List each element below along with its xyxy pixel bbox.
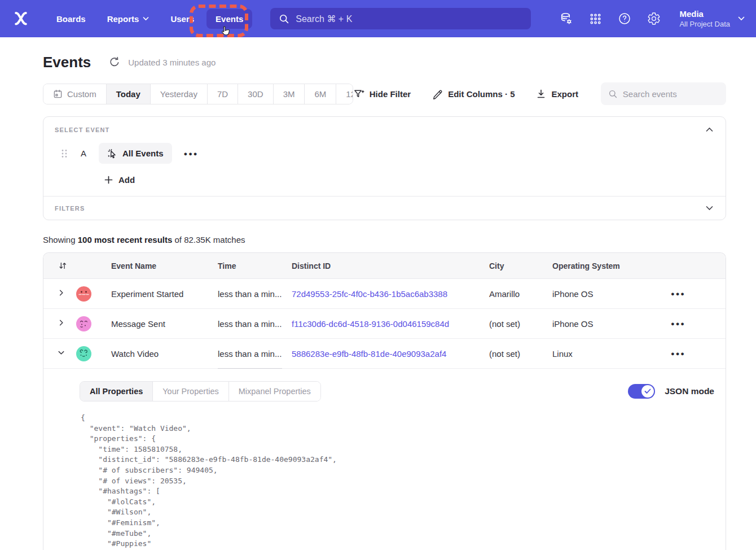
hide-filter-button[interactable]: Hide Filter	[353, 88, 411, 99]
cell-distinct-id[interactable]: 72d49553-25fc-4f0c-b436-1b5ac6ab3388	[292, 289, 489, 299]
search-events-field[interactable]	[601, 82, 726, 105]
row-menu-button[interactable]: ●●●	[667, 287, 689, 300]
page-title: Events	[43, 54, 91, 71]
results-summary-count: 100 most recent results	[78, 235, 173, 245]
hide-filter-label: Hide Filter	[370, 89, 411, 99]
date-range-30d[interactable]: 30D	[238, 84, 274, 104]
toggle-knob	[641, 385, 654, 398]
event-row-menu-button[interactable]: ●●●	[181, 147, 202, 160]
nav-item-events[interactable]: Events	[206, 9, 252, 29]
date-range-label: 12M	[346, 89, 353, 99]
filter-funnel-icon	[353, 88, 364, 99]
date-range-12m[interactable]: 12M	[336, 84, 353, 104]
expand-row-button[interactable]	[57, 289, 67, 299]
event-row-letter: A	[81, 149, 89, 158]
event-selector-chip[interactable]: All Events	[99, 143, 172, 164]
cell-distinct-id[interactable]: f11c30d6-dc6d-4518-9136-0d046159c84d	[292, 319, 489, 329]
nav-item-label: Events	[216, 14, 243, 24]
date-range-label: Yesterday	[160, 89, 197, 99]
data-management-icon[interactable]	[559, 11, 573, 26]
drag-handle-icon[interactable]	[60, 149, 68, 159]
chevron-down-icon	[143, 16, 149, 21]
nav-item-reports[interactable]: Reports	[98, 9, 159, 29]
results-summary-suffix: of 82.35K matches	[174, 235, 245, 245]
chevron-down-icon	[738, 16, 745, 21]
table-header-row: Event Name Time Distinct ID City Operati…	[43, 253, 726, 279]
tab-your-properties[interactable]: Your Properties	[153, 382, 228, 401]
table-row[interactable]: Message Sent less than a min... f11c30d6…	[43, 309, 726, 339]
date-range-label: 30D	[248, 89, 263, 99]
date-range-label: Today	[116, 89, 140, 99]
filters-section: FILTERS	[43, 196, 726, 220]
nav-item-boards[interactable]: Boards	[47, 9, 95, 29]
download-icon	[536, 89, 546, 99]
export-button[interactable]: Export	[536, 89, 578, 99]
global-search-input[interactable]: Search ⌘ + K	[270, 8, 531, 29]
avatar	[76, 316, 91, 331]
tab-mixpanel-properties[interactable]: Mixpanel Properties	[229, 382, 320, 401]
expand-row-button[interactable]	[57, 318, 67, 329]
cell-time: less than a min...	[218, 319, 282, 329]
date-range-yesterday[interactable]: Yesterday	[151, 84, 208, 104]
edit-columns-label: Edit Columns · 5	[448, 89, 515, 99]
chevron-right-icon	[57, 289, 65, 297]
apps-grid-icon[interactable]	[588, 11, 603, 26]
search-events-input[interactable]	[623, 89, 718, 99]
cell-city: Amarillo	[489, 289, 552, 299]
cell-os: iPhone OS	[552, 319, 631, 329]
event-detail-panel: All Properties Your Properties Mixpanel …	[43, 369, 726, 550]
date-range-3m[interactable]: 3M	[274, 84, 305, 104]
cell-city: (not set)	[489, 349, 552, 359]
json-mode-label: JSON mode	[665, 386, 714, 396]
table-row[interactable]: Experiment Started less than a min... 72…	[43, 279, 726, 309]
column-header-distinct-id[interactable]: Distinct ID	[292, 261, 489, 270]
select-event-label: SELECT EVENT	[55, 126, 110, 133]
date-range-today[interactable]: Today	[107, 84, 151, 104]
date-range-label: 6M	[314, 89, 326, 99]
search-icon	[609, 89, 617, 99]
nav-item-users[interactable]: Users	[161, 9, 203, 29]
add-label: Add	[118, 175, 135, 185]
check-icon	[644, 389, 651, 394]
chevron-down-icon	[706, 206, 713, 211]
refresh-button[interactable]	[109, 56, 121, 68]
cell-distinct-id[interactable]: 5886283e-e9fb-48fb-81de-40e9093a2af4	[292, 349, 489, 359]
add-event-button[interactable]: Add	[104, 175, 135, 185]
search-icon	[279, 14, 289, 24]
tab-all-properties[interactable]: All Properties	[80, 382, 153, 401]
settings-gear-icon[interactable]	[647, 11, 661, 26]
expand-filters-button[interactable]	[705, 204, 714, 212]
row-menu-button[interactable]: ●●●	[667, 347, 689, 360]
json-mode-control: JSON mode	[628, 384, 714, 399]
primary-nav: Boards Reports Users Events	[47, 9, 252, 29]
date-range-custom[interactable]: Custom	[43, 84, 107, 104]
nav-item-label: Boards	[56, 14, 86, 24]
table-row-expanded[interactable]: Watch Video less than a min... 5886283e-…	[43, 339, 726, 369]
navbar-right-actions: Media All Project Data	[559, 8, 745, 29]
date-range-label: 7D	[217, 89, 228, 99]
project-switcher[interactable]: Media All Project Data	[679, 8, 745, 29]
column-header-time[interactable]: Time	[218, 261, 292, 270]
date-range-6m[interactable]: 6M	[305, 84, 336, 104]
column-header-city[interactable]: City	[489, 261, 552, 270]
filters-label: FILTERS	[55, 205, 85, 212]
table-toolbar: Hide Filter Edit Columns · 5 Export	[353, 82, 726, 105]
date-range-7d[interactable]: 7D	[208, 84, 238, 104]
column-header-os[interactable]: Operating System	[552, 261, 631, 270]
mixpanel-logo-icon[interactable]	[11, 9, 30, 28]
column-header-event-name[interactable]: Event Name	[111, 261, 218, 270]
collapse-row-button[interactable]	[57, 348, 67, 359]
date-range-label: Custom	[67, 89, 96, 99]
help-icon[interactable]	[617, 11, 632, 26]
calendar-icon	[53, 89, 63, 99]
json-mode-toggle[interactable]	[628, 384, 655, 399]
avatar	[76, 286, 91, 302]
row-menu-button[interactable]: ●●●	[667, 317, 689, 330]
updated-timestamp: Updated 3 minutes ago	[128, 58, 216, 67]
cell-event-name: Watch Video	[111, 349, 218, 359]
collapse-section-button[interactable]	[705, 126, 714, 133]
refresh-icon	[109, 56, 120, 68]
event-chip-label: All Events	[122, 149, 164, 158]
edit-columns-button[interactable]: Edit Columns · 5	[432, 89, 515, 99]
sort-icon[interactable]	[58, 261, 67, 270]
